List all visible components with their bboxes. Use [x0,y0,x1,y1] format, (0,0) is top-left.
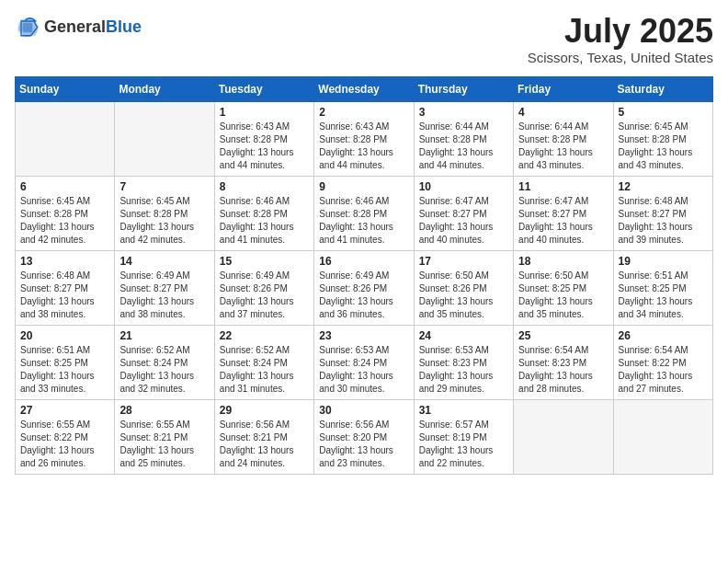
day-number: 14 [119,255,209,268]
calendar-week-row: 27Sunrise: 6:55 AM Sunset: 8:22 PM Dayli… [16,400,713,475]
cell-info: Sunrise: 6:49 AM Sunset: 8:26 PM Dayligh… [319,270,408,321]
calendar-cell: 19Sunrise: 6:51 AM Sunset: 8:25 PM Dayli… [613,251,712,326]
day-number: 27 [20,404,109,417]
cell-info: Sunrise: 6:53 AM Sunset: 8:23 PM Dayligh… [419,344,508,396]
page-header: General Blue July 2025 Scissors, Texas, … [15,15,713,65]
cell-info: Sunrise: 6:50 AM Sunset: 8:25 PM Dayligh… [518,270,608,321]
calendar-cell: 26Sunrise: 6:54 AM Sunset: 8:22 PM Dayli… [613,326,712,400]
cell-info: Sunrise: 6:43 AM Sunset: 8:28 PM Dayligh… [319,121,408,172]
cell-info: Sunrise: 6:49 AM Sunset: 8:27 PM Dayligh… [119,270,209,321]
day-number: 23 [319,329,408,342]
calendar-cell: 5Sunrise: 6:45 AM Sunset: 8:28 PM Daylig… [613,102,712,177]
cell-info: Sunrise: 6:48 AM Sunset: 8:27 PM Dayligh… [619,195,708,247]
day-number: 2 [319,106,408,119]
day-number: 11 [518,180,608,193]
day-number: 12 [619,180,708,193]
day-number: 20 [20,329,109,342]
cell-info: Sunrise: 6:45 AM Sunset: 8:28 PM Dayligh… [619,121,708,172]
day-number: 26 [619,329,708,342]
calendar-cell [514,400,613,475]
cell-info: Sunrise: 6:44 AM Sunset: 8:28 PM Dayligh… [518,121,608,172]
cell-info: Sunrise: 6:48 AM Sunset: 8:27 PM Dayligh… [20,270,109,321]
cell-info: Sunrise: 6:43 AM Sunset: 8:28 PM Dayligh… [220,121,309,172]
logo-text: General Blue [44,18,142,37]
day-number: 5 [619,106,708,119]
day-number: 9 [319,180,408,193]
day-number: 16 [319,255,408,268]
svg-rect-2 [23,23,33,33]
calendar-week-row: 6Sunrise: 6:45 AM Sunset: 8:28 PM Daylig… [16,177,713,251]
day-number: 30 [319,404,408,417]
calendar-cell: 30Sunrise: 6:56 AM Sunset: 8:20 PM Dayli… [314,400,414,475]
day-number: 24 [419,329,508,342]
day-number: 7 [119,180,209,193]
cell-info: Sunrise: 6:46 AM Sunset: 8:28 PM Dayligh… [319,195,408,247]
calendar-cell: 7Sunrise: 6:45 AM Sunset: 8:28 PM Daylig… [115,177,214,251]
calendar-cell: 8Sunrise: 6:46 AM Sunset: 8:28 PM Daylig… [214,177,313,251]
calendar-cell: 18Sunrise: 6:50 AM Sunset: 8:25 PM Dayli… [514,251,613,326]
cell-info: Sunrise: 6:52 AM Sunset: 8:24 PM Dayligh… [220,344,309,396]
day-number: 6 [20,180,109,193]
day-number: 15 [220,255,309,268]
cell-info: Sunrise: 6:49 AM Sunset: 8:26 PM Dayligh… [220,270,309,321]
cell-info: Sunrise: 6:45 AM Sunset: 8:28 PM Dayligh… [119,195,209,247]
cell-info: Sunrise: 6:50 AM Sunset: 8:26 PM Dayligh… [419,270,508,321]
calendar-cell: 29Sunrise: 6:56 AM Sunset: 8:21 PM Dayli… [214,400,313,475]
logo-icon [15,15,40,40]
day-number: 21 [119,329,209,342]
calendar-cell: 27Sunrise: 6:55 AM Sunset: 8:22 PM Dayli… [16,400,115,475]
calendar-cell [115,102,214,177]
day-number: 29 [220,404,309,417]
weekday-header: Monday [115,77,214,102]
calendar-cell: 2Sunrise: 6:43 AM Sunset: 8:28 PM Daylig… [314,102,414,177]
calendar-cell: 9Sunrise: 6:46 AM Sunset: 8:28 PM Daylig… [314,177,414,251]
weekday-header: Sunday [16,77,115,102]
cell-info: Sunrise: 6:55 AM Sunset: 8:21 PM Dayligh… [119,419,209,470]
cell-info: Sunrise: 6:47 AM Sunset: 8:27 PM Dayligh… [419,195,508,247]
calendar-cell: 14Sunrise: 6:49 AM Sunset: 8:27 PM Dayli… [115,251,214,326]
calendar-cell: 13Sunrise: 6:48 AM Sunset: 8:27 PM Dayli… [16,251,115,326]
cell-info: Sunrise: 6:47 AM Sunset: 8:27 PM Dayligh… [518,195,608,247]
calendar-cell: 21Sunrise: 6:52 AM Sunset: 8:24 PM Dayli… [115,326,214,400]
weekday-header: Wednesday [314,77,414,102]
day-number: 1 [220,106,309,119]
calendar-cell: 4Sunrise: 6:44 AM Sunset: 8:28 PM Daylig… [514,102,613,177]
cell-info: Sunrise: 6:54 AM Sunset: 8:22 PM Dayligh… [619,344,708,396]
calendar-week-row: 13Sunrise: 6:48 AM Sunset: 8:27 PM Dayli… [16,251,713,326]
cell-info: Sunrise: 6:54 AM Sunset: 8:23 PM Dayligh… [518,344,608,396]
calendar-cell: 12Sunrise: 6:48 AM Sunset: 8:27 PM Dayli… [613,177,712,251]
cell-info: Sunrise: 6:44 AM Sunset: 8:28 PM Dayligh… [419,121,508,172]
cell-info: Sunrise: 6:57 AM Sunset: 8:19 PM Dayligh… [419,419,508,470]
calendar-cell: 16Sunrise: 6:49 AM Sunset: 8:26 PM Dayli… [314,251,414,326]
day-number: 4 [518,106,608,119]
cell-info: Sunrise: 6:51 AM Sunset: 8:25 PM Dayligh… [619,270,708,321]
calendar-cell: 25Sunrise: 6:54 AM Sunset: 8:23 PM Dayli… [514,326,613,400]
weekday-header: Friday [514,77,613,102]
calendar-cell: 28Sunrise: 6:55 AM Sunset: 8:21 PM Dayli… [115,400,214,475]
calendar-cell: 11Sunrise: 6:47 AM Sunset: 8:27 PM Dayli… [514,177,613,251]
calendar-week-row: 1Sunrise: 6:43 AM Sunset: 8:28 PM Daylig… [16,102,713,177]
calendar-table: SundayMondayTuesdayWednesdayThursdayFrid… [15,76,713,475]
cell-info: Sunrise: 6:56 AM Sunset: 8:20 PM Dayligh… [319,419,408,470]
location: Scissors, Texas, United States [528,50,713,65]
cell-info: Sunrise: 6:56 AM Sunset: 8:21 PM Dayligh… [220,419,309,470]
day-number: 3 [419,106,508,119]
cell-info: Sunrise: 6:45 AM Sunset: 8:28 PM Dayligh… [20,195,109,247]
logo: General Blue [15,15,142,40]
day-number: 31 [419,404,508,417]
calendar-cell: 10Sunrise: 6:47 AM Sunset: 8:27 PM Dayli… [414,177,513,251]
cell-info: Sunrise: 6:51 AM Sunset: 8:25 PM Dayligh… [20,344,109,396]
weekday-header: Tuesday [214,77,313,102]
calendar-cell: 1Sunrise: 6:43 AM Sunset: 8:28 PM Daylig… [214,102,313,177]
calendar-cell: 31Sunrise: 6:57 AM Sunset: 8:19 PM Dayli… [414,400,513,475]
day-number: 18 [518,255,608,268]
calendar-cell: 23Sunrise: 6:53 AM Sunset: 8:24 PM Dayli… [314,326,414,400]
calendar-cell [613,400,712,475]
calendar-cell: 3Sunrise: 6:44 AM Sunset: 8:28 PM Daylig… [414,102,513,177]
calendar-cell: 17Sunrise: 6:50 AM Sunset: 8:26 PM Dayli… [414,251,513,326]
calendar-cell [16,102,115,177]
day-number: 8 [220,180,309,193]
month-title: July 2025 [528,15,713,48]
cell-info: Sunrise: 6:46 AM Sunset: 8:28 PM Dayligh… [220,195,309,247]
calendar-cell: 6Sunrise: 6:45 AM Sunset: 8:28 PM Daylig… [16,177,115,251]
